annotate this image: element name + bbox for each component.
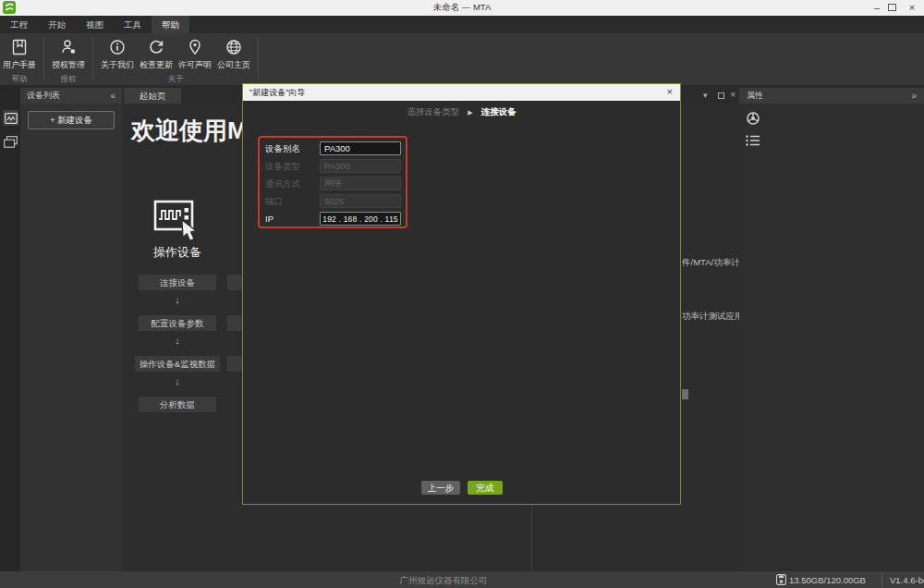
- flow-step-sliver: [227, 315, 242, 331]
- device-alias-label: 设备别名: [265, 142, 317, 155]
- hidden-control-sliver: [682, 389, 688, 399]
- collapse-panel-icon[interactable]: «: [110, 88, 116, 104]
- flow-step-connect-device[interactable]: 连接设备: [139, 275, 216, 290]
- tab-start-page[interactable]: 起始页: [124, 88, 181, 104]
- port-input: [320, 194, 401, 208]
- comm-method-input: [320, 177, 401, 190]
- user-manual-label: 用户手册: [3, 59, 36, 71]
- window-title: 未命名 — MTA: [0, 2, 924, 14]
- step-select-device-type[interactable]: 选择设备类型: [407, 106, 459, 118]
- refresh-icon: [147, 37, 165, 59]
- device-type-input: [320, 159, 401, 173]
- device-list-strip-button[interactable]: [3, 110, 18, 126]
- book-icon: [10, 37, 29, 59]
- close-button[interactable]: ×: [906, 2, 918, 14]
- property-list-icon[interactable]: [745, 134, 761, 147]
- flow-step-sliver: [227, 356, 242, 372]
- flow-step-analyze-data[interactable]: 分析数据: [139, 397, 216, 412]
- flow-step-configure-params[interactable]: 配置设备参数: [139, 315, 216, 331]
- flow-arrow-icon: ↓: [122, 375, 233, 386]
- ribbon-tab-help[interactable]: 帮助: [152, 16, 189, 33]
- ribbon-tab-view[interactable]: 视图: [76, 16, 114, 33]
- ribbon-group-help: 用户手册 帮助: [0, 33, 39, 85]
- ribbon-group-license: 授权管理 授权: [49, 33, 88, 85]
- ribbon-tab-project[interactable]: 工程: [0, 16, 38, 33]
- license-pin-icon: [186, 37, 204, 59]
- device-alias-input[interactable]: [320, 141, 401, 155]
- settings-gear-icon[interactable]: [745, 110, 761, 127]
- device-type-label: 设备类型: [265, 160, 317, 173]
- dialog-close-icon[interactable]: ×: [667, 86, 673, 97]
- disk-icon: [776, 574, 786, 585]
- back-button[interactable]: 上一步: [421, 481, 460, 495]
- wizard-steps: 选择设备类型 ▶ 连接设备: [243, 106, 680, 118]
- company-homepage-button[interactable]: 公司主页: [214, 37, 253, 74]
- tab-list-dropdown-icon[interactable]: ▾: [703, 91, 708, 101]
- ribbon-tab-start[interactable]: 开始: [38, 16, 76, 33]
- comm-method-label: 通讯方式: [265, 178, 317, 190]
- ribbon-toolbar: 用户手册 帮助 授权管理 授权: [0, 33, 924, 85]
- new-device-label: 新建设备: [57, 115, 92, 125]
- new-device-wizard-dialog: "新建设备"向导 × 选择设备类型 ▶ 连接设备 设备别名 设备类型 通讯方式 …: [242, 83, 681, 505]
- flow-arrow-icon: ↓: [122, 294, 233, 305]
- ribbon-group-about: 关于我们 检查更新: [98, 33, 253, 85]
- window-titlebar: 未命名 — MTA – ×: [0, 0, 924, 16]
- check-update-button[interactable]: 检查更新: [137, 37, 176, 74]
- flow-step-sliver: [227, 275, 242, 290]
- minimize-button[interactable]: –: [870, 2, 883, 14]
- app-window: 未命名 — MTA – × 工程 开始 视图 工具 帮助 用户手册: [0, 0, 924, 588]
- company-name: 广州致远仪器有限公司: [370, 575, 517, 587]
- ribbon-separator: [258, 37, 259, 80]
- status-bar: 广州致远仪器有限公司 13.50GB/120.00GB V1.4.6-beta.…: [0, 571, 924, 588]
- dialog-titlebar: "新建设备"向导 ×: [243, 84, 680, 101]
- folders-icon: [4, 136, 18, 148]
- user-license-icon: [59, 37, 78, 59]
- flow-step-operate-monitor[interactable]: 操作设备&监视数据: [135, 356, 220, 372]
- flow-arrow-icon: ↓: [122, 335, 233, 346]
- ribbon-separator: [43, 37, 44, 80]
- license-manage-button[interactable]: 授权管理: [49, 37, 88, 74]
- step-connect-device: 连接设备: [481, 106, 517, 118]
- about-us-button[interactable]: 关于我们: [98, 37, 137, 74]
- maximize-button[interactable]: [888, 4, 896, 11]
- ribbon-tab-bar: 工程 开始 视图 工具 帮助: [0, 16, 924, 33]
- properties-title: 属性: [747, 91, 763, 100]
- ribbon-separator: [92, 37, 93, 80]
- tab-float-icon[interactable]: [718, 92, 724, 99]
- status-separator: [881, 573, 882, 586]
- operate-device-label: 操作设备: [122, 244, 233, 261]
- license-manage-label: 授权管理: [52, 59, 85, 71]
- device-monitor-icon: [5, 113, 18, 124]
- project-files-strip-button[interactable]: [3, 134, 18, 150]
- user-manual-button[interactable]: 用户手册: [0, 37, 39, 74]
- ribbon-group-label-about: 关于: [98, 74, 253, 88]
- properties-panel-header: 属性 »: [739, 88, 924, 104]
- ip-label: IP: [265, 213, 317, 226]
- left-icon-strip: [0, 85, 20, 571]
- app-version: V1.4.6-beta.166: [890, 575, 924, 585]
- expand-panel-icon[interactable]: »: [911, 88, 917, 104]
- license-statement-label: 许可声明: [178, 59, 212, 71]
- dialog-title: "新建设备"向导: [249, 87, 305, 99]
- ribbon-group-label-license: 授权: [49, 74, 88, 88]
- ribbon-tab-tools[interactable]: 工具: [114, 16, 152, 33]
- company-homepage-label: 公司主页: [217, 59, 250, 71]
- plus-icon: +: [50, 115, 55, 125]
- check-update-label: 检查更新: [140, 59, 173, 71]
- info-icon: [108, 37, 127, 59]
- device-list-panel: [20, 104, 122, 571]
- finish-button[interactable]: 完成: [468, 481, 503, 495]
- new-device-button[interactable]: + 新建设备: [28, 111, 115, 129]
- device-list-title: 设备列表: [27, 91, 60, 100]
- operate-device-icon: [153, 200, 201, 242]
- ip-input[interactable]: [320, 212, 401, 226]
- license-statement-button[interactable]: 许可声明: [176, 37, 214, 74]
- properties-panel: [739, 104, 924, 571]
- storage-usage: 13.50GB/120.00GB: [789, 575, 866, 585]
- about-us-label: 关于我们: [101, 59, 134, 71]
- tab-close-icon[interactable]: ×: [730, 90, 736, 100]
- globe-icon: [225, 37, 243, 59]
- device-list-panel-header: 设备列表 «: [20, 88, 122, 104]
- port-label: 端口: [265, 195, 317, 208]
- step-arrow-icon: ▶: [468, 109, 472, 116]
